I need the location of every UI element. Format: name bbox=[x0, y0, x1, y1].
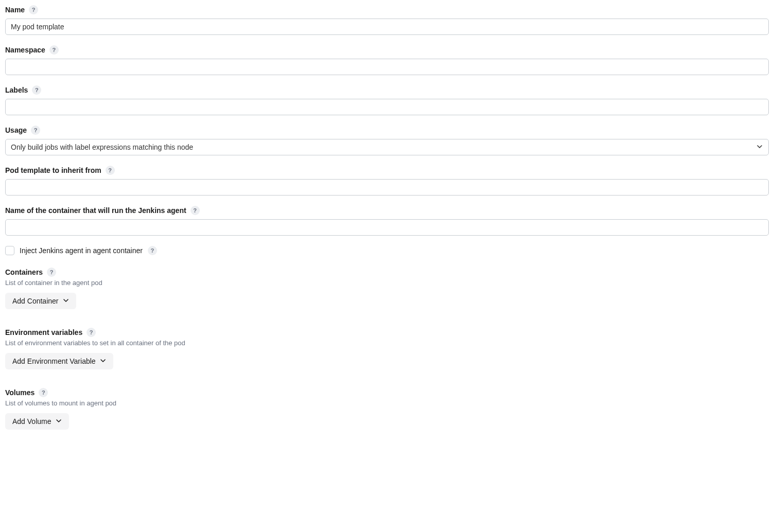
help-icon[interactable]: ? bbox=[31, 126, 40, 135]
inject-agent-checkbox[interactable] bbox=[5, 246, 14, 255]
labels-label-row: Labels ? bbox=[5, 85, 769, 95]
namespace-field-group: Namespace ? bbox=[5, 45, 769, 75]
add-container-label: Add Container bbox=[12, 297, 59, 305]
help-icon[interactable]: ? bbox=[148, 246, 157, 255]
volumes-header: Volumes ? bbox=[5, 388, 769, 397]
labels-input[interactable] bbox=[5, 99, 769, 115]
add-volume-label: Add Volume bbox=[12, 417, 51, 425]
usage-field-group: Usage ? Only build jobs with label expre… bbox=[5, 126, 769, 155]
help-icon[interactable]: ? bbox=[32, 85, 41, 95]
namespace-input[interactable] bbox=[5, 59, 769, 75]
env-vars-desc: List of environment variables to set in … bbox=[5, 339, 769, 347]
help-icon[interactable]: ? bbox=[106, 166, 115, 175]
labels-label: Labels bbox=[5, 86, 28, 94]
containers-header: Containers ? bbox=[5, 268, 769, 277]
name-input[interactable] bbox=[5, 19, 769, 35]
chevron-down-icon bbox=[63, 297, 69, 305]
name-field-group: Name ? bbox=[5, 5, 769, 35]
chevron-down-icon bbox=[56, 417, 62, 425]
volumes-title: Volumes bbox=[5, 388, 35, 397]
help-icon[interactable]: ? bbox=[29, 5, 38, 14]
env-vars-header: Environment variables ? bbox=[5, 328, 769, 337]
add-volume-button[interactable]: Add Volume bbox=[5, 413, 69, 430]
containers-section: Containers ? List of container in the ag… bbox=[5, 268, 769, 309]
inject-agent-label: Inject Jenkins agent in agent container bbox=[20, 246, 143, 255]
help-icon[interactable]: ? bbox=[47, 268, 56, 277]
usage-label-row: Usage ? bbox=[5, 126, 769, 135]
add-env-var-button[interactable]: Add Environment Variable bbox=[5, 353, 113, 369]
chevron-down-icon bbox=[100, 357, 106, 365]
usage-select-wrap: Only build jobs with label expressions m… bbox=[5, 139, 769, 155]
agent-container-label: Name of the container that will run the … bbox=[5, 206, 186, 215]
inherit-input[interactable] bbox=[5, 179, 769, 196]
volumes-section: Volumes ? List of volumes to mount in ag… bbox=[5, 388, 769, 430]
inject-agent-row: Inject Jenkins agent in agent container … bbox=[5, 246, 769, 255]
labels-field-group: Labels ? bbox=[5, 85, 769, 115]
containers-desc: List of container in the agent pod bbox=[5, 279, 769, 287]
usage-label: Usage bbox=[5, 126, 27, 134]
help-icon[interactable]: ? bbox=[87, 328, 96, 337]
agent-container-name-field-group: Name of the container that will run the … bbox=[5, 206, 769, 236]
inherit-field-group: Pod template to inherit from ? bbox=[5, 166, 769, 196]
env-vars-title: Environment variables bbox=[5, 328, 82, 336]
name-label-row: Name ? bbox=[5, 5, 769, 14]
containers-title: Containers bbox=[5, 268, 43, 276]
usage-select[interactable]: Only build jobs with label expressions m… bbox=[5, 139, 769, 155]
namespace-label-row: Namespace ? bbox=[5, 45, 769, 55]
volumes-desc: List of volumes to mount in agent pod bbox=[5, 399, 769, 407]
help-icon[interactable]: ? bbox=[39, 388, 48, 397]
add-env-var-label: Add Environment Variable bbox=[12, 357, 96, 365]
inherit-label: Pod template to inherit from bbox=[5, 166, 101, 174]
inherit-label-row: Pod template to inherit from ? bbox=[5, 166, 769, 175]
help-icon[interactable]: ? bbox=[191, 206, 200, 215]
name-label: Name bbox=[5, 6, 25, 14]
agent-container-label-row: Name of the container that will run the … bbox=[5, 206, 769, 215]
help-icon[interactable]: ? bbox=[49, 45, 59, 55]
add-container-button[interactable]: Add Container bbox=[5, 293, 76, 309]
namespace-label: Namespace bbox=[5, 46, 45, 54]
agent-container-input[interactable] bbox=[5, 219, 769, 236]
env-vars-section: Environment variables ? List of environm… bbox=[5, 328, 769, 369]
